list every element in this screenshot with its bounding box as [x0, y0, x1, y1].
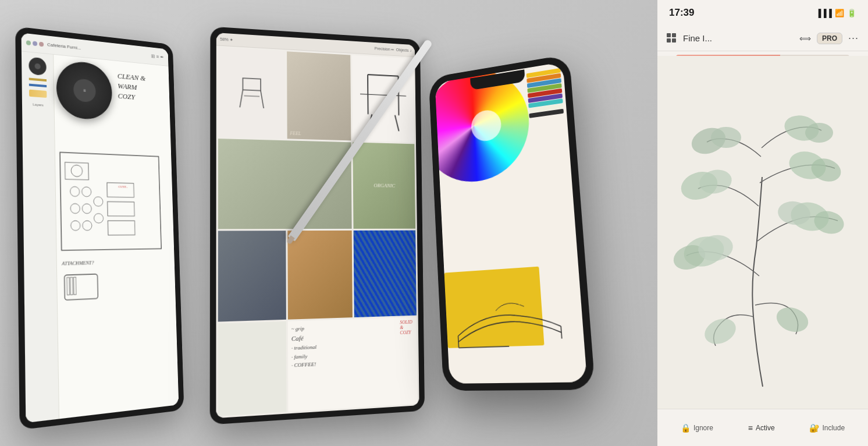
plant-svg — [657, 56, 868, 409]
ipad-mid-screen: 58% ✦ Precision ▪▪ Objects ♪ — [216, 33, 419, 418]
cafe-label: Café — [291, 334, 304, 342]
svg-point-48 — [773, 303, 812, 337]
app-toolbar[interactable]: Fine I... ⟺ PRO ··· — [657, 26, 868, 51]
iphone-screen — [435, 62, 588, 383]
grid-icon[interactable] — [667, 33, 677, 44]
ignore-label: Ignore — [693, 424, 713, 432]
grid-cell-1 — [667, 33, 671, 37]
grid-cell-3 — [667, 38, 671, 43]
include-label: Include — [822, 424, 845, 432]
solid-cozy-annotation: SOLID&COZY — [400, 320, 412, 335]
color-gradient-bar — [29, 90, 47, 98]
svg-text:ATTACHMENT?: ATTACHMENT? — [61, 260, 94, 267]
bottom-item-include[interactable]: 🔐 Include — [809, 423, 845, 433]
ipad-mid-content: 58% ✦ Precision ▪▪ Objects ♪ — [216, 33, 419, 418]
ipad-left-sidebar: Layers — [22, 51, 59, 423]
svg-line-24 — [368, 75, 399, 76]
collage-cell-1 — [218, 48, 285, 139]
ipad-mid-tools — [236, 40, 372, 48]
sidebar-widget — [29, 57, 47, 76]
collage-cell-6 — [218, 231, 286, 322]
floor-plan-svg: ATTACHMENT? CUST... — [55, 147, 176, 321]
svg-point-7 — [82, 204, 91, 214]
notes-text: ~ grip Café · traditional· family· COFFE… — [291, 321, 414, 370]
organic-label: ORGANIC — [373, 183, 395, 189]
radial-label: ≡ — [83, 88, 86, 93]
toolbar-dots — [26, 40, 44, 47]
svg-line-21 — [240, 90, 243, 107]
ipad-left-body: Layers ≡ CLEAN &WARMCOZY — [22, 51, 179, 423]
svg-rect-20 — [243, 79, 261, 91]
bottom-item-ignore[interactable]: 🔒 Ignore — [681, 423, 713, 433]
ipad-left-device: Cafeteria Furni... ⊞ ≡ ✒ Layers — [15, 26, 184, 430]
right-phone-frame: 17:39 ▐▐▐ 📶 🔋 Fine I... ⟺ PRO ··· — [657, 0, 868, 446]
sidebar-widget-inner — [35, 63, 41, 69]
ipad-mid-zoom: 58% ✦ — [220, 37, 233, 42]
screenshots-area: Cafeteria Furni... ⊞ ≡ ✒ Layers — [0, 0, 657, 446]
status-icons: ▐▐▐ 📶 🔋 — [816, 9, 856, 17]
svg-point-8 — [94, 214, 103, 224]
wifi-icon: 📶 — [835, 9, 844, 17]
grid-cell-2 — [672, 33, 676, 37]
plant-illustration-area — [657, 56, 868, 409]
view-icons: ⊞ ≡ ✒ — [151, 53, 164, 60]
radial-tool-widget: ≡ — [56, 59, 112, 121]
svg-point-6 — [70, 204, 80, 214]
active-label: Active — [756, 424, 775, 432]
svg-point-5 — [94, 197, 103, 207]
lock2-icon: 🔐 — [809, 423, 819, 433]
collage-cell-9 — [218, 321, 287, 416]
bottom-item-active[interactable]: ≡ Active — [748, 423, 775, 433]
svg-line-29 — [395, 115, 399, 131]
grid-cell-4 — [672, 38, 676, 43]
pro-badge[interactable]: PRO — [817, 33, 842, 44]
svg-point-4 — [82, 187, 91, 197]
ipad-left-screen: Cafeteria Furni... ⊞ ≡ ✒ Layers — [22, 33, 179, 423]
layers-sidebar-label: Layers — [33, 102, 43, 107]
collage-cell-2: FEEL — [287, 51, 351, 140]
app-title: Fine I... — [683, 33, 794, 43]
svg-point-47 — [700, 314, 740, 349]
ipad-mid-precision: Precision ▪▪ — [375, 47, 394, 52]
ipad-main-content: ≡ CLEAN &WARMCOZY — [54, 55, 179, 419]
svg-line-22 — [261, 91, 264, 108]
status-time: 17:39 — [669, 7, 694, 19]
lock-icon: 🔒 — [681, 423, 691, 433]
svg-rect-17 — [67, 277, 70, 295]
battery-icon: 🔋 — [847, 9, 856, 17]
dot1 — [26, 40, 31, 45]
more-icon[interactable]: ··· — [848, 32, 859, 44]
handwriting-1: CLEAN &WARMCOZY — [118, 71, 147, 104]
color-strip-blue — [29, 84, 47, 87]
dot3 — [39, 41, 44, 47]
collage-cell-7 — [287, 230, 353, 320]
svg-rect-12 — [108, 201, 135, 216]
layers-icon: ≡ — [748, 423, 753, 433]
expand-icon[interactable]: ⟺ — [799, 34, 811, 43]
svg-rect-0 — [60, 153, 161, 250]
svg-line-31 — [561, 326, 562, 338]
signal-icon: ▐▐▐ — [816, 9, 832, 17]
svg-point-9 — [70, 221, 80, 231]
svg-text:CUST...: CUST... — [118, 185, 128, 188]
svg-rect-18 — [70, 277, 73, 295]
iphone-device — [429, 54, 596, 391]
ipad-left-content: Cafeteria Furni... ⊞ ≡ ✒ Layers — [22, 33, 179, 423]
ipad-mid-objects: Objects ♪ — [396, 48, 412, 52]
radial-inner: ≡ — [73, 78, 96, 102]
collage-notes: ~ grip Café · traditional· family· COFFE… — [288, 317, 418, 412]
svg-point-39 — [711, 127, 741, 148]
color-strip-yellow — [29, 78, 47, 82]
iphone-content — [435, 62, 588, 383]
svg-point-10 — [83, 221, 92, 231]
chair-sketch-1 — [231, 72, 273, 115]
svg-line-23 — [244, 96, 260, 97]
color-palette-strips — [527, 68, 564, 118]
svg-point-2 — [71, 165, 83, 176]
right-panel: 17:39 ▐▐▐ 📶 🔋 Fine I... ⟺ PRO ··· — [657, 0, 868, 446]
svg-rect-19 — [73, 277, 76, 295]
dot2 — [33, 41, 37, 46]
svg-line-30 — [458, 336, 459, 348]
feel-text: FEEL — [290, 130, 301, 136]
collage-cell-8 — [354, 230, 417, 317]
